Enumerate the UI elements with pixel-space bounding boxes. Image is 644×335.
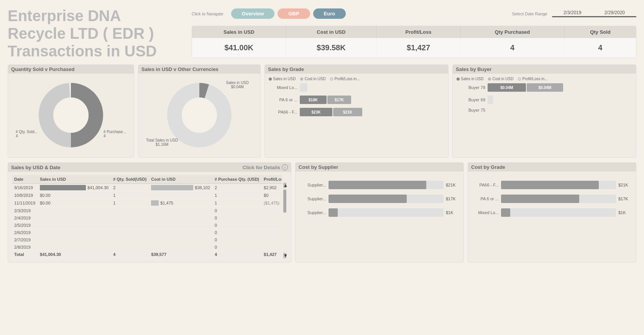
cost-grade-row-0: PA66 - F... $21K [472,181,632,189]
cost-grade-fill-1 [501,195,579,203]
cost-grade-row-1: PA 6 or ... $17K [472,195,632,203]
nav-tabs: Overview GBP Euro [231,8,346,19]
td-date-4: 2/4/2019 [12,215,38,222]
supplier-label-1: Supplier... [299,196,326,201]
cost-grade-row-2: Mixed Lo... $1K [472,208,632,217]
supplier-fill-0 [329,181,426,189]
grade-legend-cost: Cost in USD [300,77,325,81]
supplier-value-2: $1K [446,210,460,215]
scroll-thumb[interactable] [283,190,286,213]
summary-sales: $41.00K [192,38,286,58]
buyer-legend-sales: Sales in USD [457,77,483,81]
cost-grade-panel-title: Cost by Grade [468,163,636,172]
company-title-block: Enterprise DNARecycle LTD ( EDR )Transac… [8,7,192,60]
table-panel-header: Sales by USD & Date Click for Details i [8,163,291,172]
tab-overview[interactable]: Overview [231,8,275,19]
cost-grade-track-2 [501,208,616,217]
qty-sold-label: # Qty. Sold...4 [16,130,38,138]
tab-gbp[interactable]: GBP [278,8,310,19]
buyer-legend-profit: Profit/Loss in... [518,77,547,81]
table-row[interactable]: 11/11/2019 $0.00 1 $1,475 1 ($1,475) [12,199,282,207]
buyer-row-69: Buyer 69 [457,96,632,104]
grade-legend-profit: Profit/Loss in... [330,77,360,81]
td-sales-0: $41,004.30 [38,184,111,192]
table-row[interactable]: 9/16/2019 $41,004.30 2 $38,102 2 $2,902 [12,184,282,192]
date-start: 2/3/2019 [564,10,582,15]
date-range-slider[interactable]: 2/3/2019 2/29/2020 [552,10,636,17]
table-scrollbar[interactable]: ▲ ▼ [283,175,287,258]
table-row[interactable]: 2/5/20190 [12,222,282,229]
grade-label-pa66: PA66 - F... [269,110,297,114]
table-row[interactable]: 2/3/20190 [12,207,282,215]
click-for-details[interactable]: Click for Details [243,165,280,170]
click-details-area[interactable]: Click for Details i [243,164,288,170]
grade-panel: Sales by Grade Sales in USD Cost in USD … [264,64,449,158]
svg-point-5 [182,97,217,133]
td-total-qty-purch: 4 [212,251,261,258]
buyer-panel-title: Sales by Buyer [453,65,636,74]
legend-dot-sales [269,78,272,81]
qty-purchased-label: # Purchase...4 [104,130,126,138]
grade-bar-pa6-cost: $17K [327,96,351,104]
td-qty-purch-7: 0 [212,236,261,244]
table-row[interactable]: 2/6/20190 [12,229,282,236]
buyer-bars-78: $0.04M $0.04M [488,83,563,92]
cost-grade-value-2: $1K [618,210,632,215]
supplier-panel: Cost by Supplier Supplier... $21K Suppli… [295,162,464,262]
buyer-row-75: Buyer 75 [457,108,632,112]
td-sales-1: $0.00 [38,192,111,199]
td-date-0: 9/16/2019 [12,184,38,192]
cost-grade-value-0: $21K [618,183,632,187]
th-date: Date [12,175,38,184]
table-row[interactable]: 2/7/20190 [12,236,282,244]
supplier-panel-title: Cost by Supplier [296,163,463,172]
buyer-legend-dot-profit [518,78,521,81]
td-sales-2: $0.00 [38,199,111,207]
supplier-label-0: Supplier... [299,183,326,187]
scroll-up-arrow[interactable]: ▲ [283,183,286,188]
supplier-track-1 [329,195,444,203]
summary-qty-sold: 4 [564,38,636,58]
nav-area: Click to Navigate Overview GBP Euro Sele… [192,7,636,58]
legend-dot-profit [330,78,333,81]
svg-point-2 [53,97,89,133]
td-total-label: Total [12,251,38,258]
scroll-down-arrow[interactable]: ▼ [283,253,286,258]
table-panel-title: Sales by USD & Date [11,165,61,170]
supplier-fill-2 [329,208,338,217]
td-qty-purch-6: 0 [212,229,261,236]
table-row[interactable]: 2/4/20190 [12,215,282,222]
cost-grade-value-1: $17K [618,196,632,201]
grade-row-pa6: PA 6 or ... $18K $17K [269,96,444,104]
buyer-legend: Sales in USD Cost in USD Profit/Loss in.… [457,77,632,81]
grade-bar-mixed-sales [300,83,307,92]
supplier-value-1: $17K [446,196,460,201]
td-total-profit: $1,427 [261,251,282,258]
table-totals-row: Total $41,004.30 4 $39,577 4 $1,427 [12,251,282,258]
supplier-value-0: $21K [446,183,460,187]
buyer-label-78: Buyer 78 [457,85,485,90]
td-cost-1 [149,192,212,199]
date-range-label: Select Date Range [512,12,547,16]
th-profit: Profit/Loss in USD [261,175,282,184]
grade-bars-mixed [300,83,307,92]
td-qty-sold-2: 1 [111,199,149,207]
slider-track[interactable] [552,16,636,17]
grade-bars-pa6: $18K $17K [300,96,351,104]
grade-bar-pa66-sales: $23K [300,108,332,116]
th-qty-sold: # Qty. Sold(USD) [111,175,149,184]
buyer-bars-69 [488,96,493,104]
info-icon[interactable]: i [282,164,288,170]
grade-row-pa66: PA66 - F... $23K $21K [269,108,444,116]
cost-grade-label-2: Mixed Lo... [472,210,499,215]
td-date-5: 2/5/2019 [12,222,38,229]
tab-euro[interactable]: Euro [313,8,346,19]
td-cost-2: $1,475 [149,199,212,207]
data-table: Date Sales in USD # Qty. Sold(USD) Cost … [12,175,282,258]
table-row[interactable]: 10/8/2019 $0.00 1 1 $0 [12,192,282,199]
date-range-block: Select Date Range 2/3/2019 2/29/2020 [512,10,636,17]
grade-row-mixed: Mixed Lo... [269,83,444,92]
table-row[interactable]: 2/8/20190 [12,244,282,251]
grade-bar-pa6-sales: $18K [300,96,327,104]
td-total-qty-sold: 4 [111,251,149,258]
